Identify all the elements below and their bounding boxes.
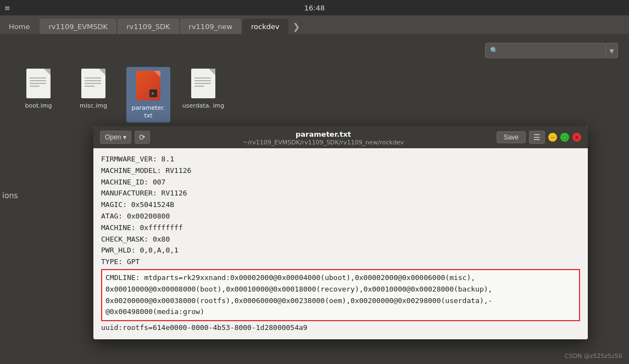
- editor-filename: parameter.txt: [296, 130, 351, 138]
- file-item-misc[interactable]: misc.img: [71, 67, 115, 110]
- file-label-parameter: parameter. txt: [129, 104, 168, 120]
- save-button[interactable]: Save: [497, 131, 526, 143]
- search-input[interactable]: [500, 47, 601, 54]
- open-button[interactable]: Open ▾: [100, 131, 131, 144]
- file-item-parameter[interactable]: parameter. txt: [126, 67, 170, 122]
- search-icon: 🔍: [490, 47, 498, 54]
- editor-right-toolbar: Save ☰ − □ ✕: [497, 131, 581, 144]
- tab-bar: Home rv1109_EVMSDK rv1109_SDK rv1109_new…: [0, 15, 629, 34]
- tab-more-button[interactable]: ❯: [290, 19, 303, 34]
- uuid-line: uuid:rootfs=614e0000-0000-4b53-8000-1d28…: [101, 322, 580, 334]
- editor-path: ~/rv1109_EVMSDK/rv1109_SDK/rv1109_new/ro…: [154, 139, 492, 146]
- search-dropdown-button[interactable]: ▾: [606, 43, 618, 58]
- file-icons-row: boot.img misc.img: [16, 67, 618, 122]
- file-label-misc: misc.img: [80, 102, 107, 110]
- editor-open-btn-area: Open ▾ ⟳: [100, 131, 150, 144]
- editor-titlebar: Open ▾ ⟳ parameter.txt ~/rv1109_EVMSDK/r…: [93, 126, 588, 148]
- text-editor: Open ▾ ⟳ parameter.txt ~/rv1109_EVMSDK/r…: [93, 126, 588, 339]
- tab-rv1109-new[interactable]: rv1109_new: [180, 19, 242, 34]
- file-icon-parameter: [134, 69, 163, 102]
- tab-home[interactable]: Home: [0, 19, 38, 34]
- file-label-boot: boot.img: [25, 102, 52, 110]
- reload-button[interactable]: ⟳: [135, 131, 150, 144]
- param-icon: [136, 71, 160, 100]
- file-icon-misc: [79, 67, 108, 100]
- doc-icon: [81, 69, 105, 98]
- minimize-button[interactable]: −: [548, 133, 557, 142]
- menu-button[interactable]: ☰: [529, 131, 545, 144]
- window-buttons: − □ ✕: [548, 133, 581, 142]
- cmdline-highlight: CMDLINE: mtdparts=rk29xxnand:0x00002000@…: [101, 269, 580, 321]
- watermark: CSDN @z525z5z56: [565, 352, 622, 360]
- search-bar: 🔍: [485, 43, 606, 58]
- title-bar: ≡ 16:48: [0, 0, 629, 15]
- maximize-button[interactable]: □: [560, 133, 569, 142]
- doc-icon: [26, 69, 51, 98]
- param-icon-corner: [149, 89, 157, 97]
- search-bar-container: 🔍 ▾: [11, 43, 618, 58]
- content-pre: FIRMWARE_VER: 8.1 MACHINE_MODEL: RV1126 …: [101, 154, 580, 268]
- tab-rv1109-sdk[interactable]: rv1109_SDK: [118, 19, 179, 34]
- editor-content[interactable]: FIRMWARE_VER: 8.1 MACHINE_MODEL: RV1126 …: [93, 148, 588, 339]
- doc-icon-lines: [30, 77, 46, 88]
- doc-icon-lines: [85, 77, 101, 88]
- doc-icon-lines: [194, 77, 211, 88]
- file-icon-userdata: [189, 67, 218, 100]
- close-button[interactable]: ✕: [572, 133, 581, 142]
- doc-icon: [191, 69, 215, 98]
- tab-rv1109-evmsdk[interactable]: rv1109_EVMSDK: [40, 19, 116, 34]
- tab-rockdev[interactable]: rockdev: [242, 19, 288, 34]
- clock: 16:48: [304, 4, 325, 12]
- file-icon-boot: [24, 67, 53, 100]
- file-label-userdata: userdata. img: [182, 102, 224, 110]
- title-menu-icon[interactable]: ≡: [4, 4, 10, 12]
- sidebar-partial: ions: [0, 187, 38, 204]
- open-chevron-icon: ▾: [123, 133, 126, 141]
- file-item-userdata[interactable]: userdata. img: [181, 67, 225, 110]
- editor-title-center: parameter.txt ~/rv1109_EVMSDK/rv1109_SDK…: [154, 128, 492, 146]
- file-item-boot[interactable]: boot.img: [16, 67, 60, 110]
- file-manager: 🔍 ▾ boot.img: [0, 34, 629, 131]
